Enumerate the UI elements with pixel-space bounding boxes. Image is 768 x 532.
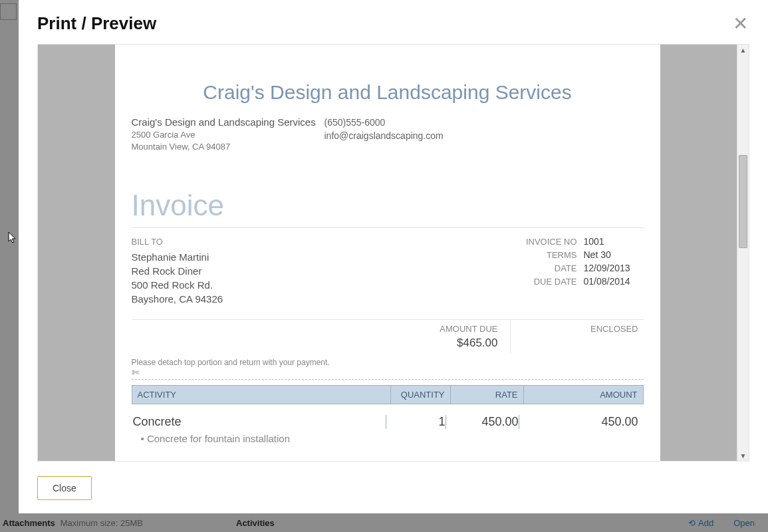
line-items-body: Concrete 1 450.00 450.00 • Concrete for … <box>132 404 644 461</box>
table-row: Concrete 1 450.00 450.00 <box>132 404 644 432</box>
cursor-icon <box>8 231 17 243</box>
modal-title: Print / Preview <box>37 13 156 34</box>
scissor-icon: ✄ <box>132 367 644 378</box>
company-title: Craig's Design and Landscaping Services <box>132 81 644 104</box>
table-row: Pump 1 15.00 15.00 <box>132 451 644 461</box>
line-items-header: ACTIVITY QUANTITY RATE AMOUNT <box>132 385 644 404</box>
invoice-meta: INVOICE NO1001 TERMSNet 30 DATE12/09/201… <box>511 236 644 305</box>
company-contact: (650)555-6000 info@craigslandscaping.com <box>324 116 444 152</box>
line-desc: • Concrete for fountain installation <box>132 432 644 451</box>
company-address: Craig's Design and Landscaping Services … <box>132 116 324 152</box>
preview-scrollbar[interactable]: ▲ ▼ <box>737 45 749 461</box>
bill-to-block: BILL TO Stephanie Martini Red Rock Diner… <box>132 236 511 305</box>
modal-header: Print / Preview ✕ <box>37 13 749 35</box>
invoice-page: Craig's Design and Landscaping Services … <box>115 45 660 461</box>
amount-due-row: AMOUNT DUE $465.00 ENCLOSED <box>132 319 644 354</box>
detach-note: Please detach top portion and return wit… <box>132 358 644 367</box>
print-preview-modal: Print / Preview ✕ Craig's Design and Lan… <box>19 0 768 513</box>
scroll-thumb[interactable] <box>739 155 747 248</box>
scroll-down-icon[interactable]: ▼ <box>737 450 749 461</box>
scroll-track[interactable] <box>737 55 749 450</box>
preview-container: Craig's Design and Landscaping Services … <box>37 44 749 462</box>
preview-scroll-area[interactable]: Craig's Design and Landscaping Services … <box>38 45 737 461</box>
close-icon[interactable]: ✕ <box>731 13 749 35</box>
scroll-up-icon[interactable]: ▲ <box>737 45 749 55</box>
close-button[interactable]: Close <box>37 476 92 500</box>
document-title: Invoice <box>132 189 644 222</box>
